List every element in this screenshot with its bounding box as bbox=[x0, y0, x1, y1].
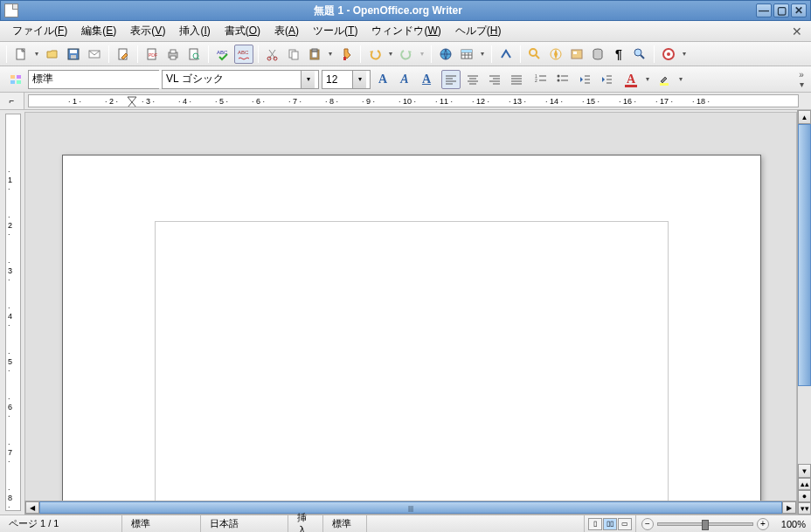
highlight-button[interactable] bbox=[655, 70, 674, 89]
find-replace-button[interactable] bbox=[525, 45, 544, 64]
para-style-input[interactable] bbox=[29, 71, 167, 88]
redo-button[interactable] bbox=[397, 45, 416, 64]
zoom-in-button[interactable]: + bbox=[757, 518, 769, 530]
print-button[interactable] bbox=[163, 45, 183, 64]
vertical-scroll-thumb[interactable] bbox=[798, 124, 811, 386]
open-button[interactable] bbox=[43, 45, 62, 64]
status-insert[interactable]: 挿入 bbox=[288, 515, 323, 532]
document-area[interactable] bbox=[24, 112, 797, 513]
decrease-indent-button[interactable] bbox=[575, 70, 594, 89]
font-color-dropdown[interactable]: ▾ bbox=[643, 75, 652, 83]
gallery-button[interactable] bbox=[567, 45, 586, 64]
numbering-button[interactable]: 12 bbox=[531, 70, 551, 89]
toolbar-more[interactable]: ▾ bbox=[680, 50, 689, 58]
nonprinting-chars-button[interactable]: ¶ bbox=[609, 45, 628, 64]
underline-button[interactable]: A bbox=[417, 70, 436, 89]
zoom-slider-knob[interactable] bbox=[702, 520, 709, 530]
show-draw-button[interactable] bbox=[496, 45, 516, 64]
hyperlink-button[interactable] bbox=[436, 45, 455, 64]
horizontal-scroll-thumb[interactable]: ||| bbox=[39, 501, 782, 514]
undo-dropdown[interactable]: ▾ bbox=[386, 50, 395, 58]
font-name-combo[interactable]: ▾ bbox=[162, 70, 319, 89]
align-right-button[interactable] bbox=[485, 70, 504, 89]
bullets-button[interactable] bbox=[553, 70, 572, 89]
auto-spellcheck-button[interactable]: ABC bbox=[234, 45, 253, 64]
page[interactable] bbox=[62, 155, 761, 513]
single-page-view-button[interactable]: ▯ bbox=[588, 518, 602, 530]
align-justify-button[interactable] bbox=[507, 70, 526, 89]
edit-file-button[interactable] bbox=[114, 45, 133, 64]
menu-insert[interactable]: 挿入(I) bbox=[172, 22, 217, 40]
menu-tools[interactable]: ツール(T) bbox=[306, 22, 364, 40]
data-sources-button[interactable] bbox=[588, 45, 607, 64]
status-lang[interactable]: 日本語 bbox=[201, 515, 288, 532]
close-window-button[interactable]: ✕ bbox=[791, 3, 807, 17]
indent-marker-icon[interactable] bbox=[127, 96, 137, 107]
print-preview-button[interactable] bbox=[184, 45, 204, 64]
zoom-percent[interactable]: 100% bbox=[773, 519, 806, 529]
vertical-scroll-track[interactable] bbox=[798, 124, 811, 464]
save-button[interactable] bbox=[64, 45, 83, 64]
format-paintbrush-button[interactable] bbox=[336, 45, 356, 64]
font-name-arrow[interactable]: ▾ bbox=[301, 71, 315, 88]
redo-dropdown[interactable]: ▾ bbox=[418, 50, 426, 58]
book-view-button[interactable]: ▭ bbox=[618, 518, 632, 530]
formatbar-more[interactable]: »▾ bbox=[795, 70, 808, 89]
new-doc-button[interactable] bbox=[11, 45, 31, 64]
menu-format[interactable]: 書式(O) bbox=[218, 22, 267, 40]
menu-edit[interactable]: 編集(E) bbox=[74, 22, 123, 40]
increase-indent-button[interactable] bbox=[597, 70, 616, 89]
close-document-button[interactable]: ✕ bbox=[788, 24, 806, 38]
horizontal-scrollbar[interactable]: ◀ ||| ▶ bbox=[24, 501, 797, 515]
zoom-slider[interactable] bbox=[657, 522, 753, 526]
new-doc-dropdown[interactable]: ▾ bbox=[32, 50, 41, 58]
scroll-right-button[interactable]: ▶ bbox=[782, 501, 796, 514]
paste-dropdown[interactable]: ▾ bbox=[326, 50, 335, 58]
menu-window[interactable]: ウィンドウ(W) bbox=[364, 22, 447, 40]
navigation-button[interactable]: ● bbox=[798, 490, 811, 502]
zoom-button[interactable] bbox=[630, 45, 649, 64]
font-size-arrow[interactable]: ▾ bbox=[352, 71, 366, 88]
scroll-down-button[interactable]: ▼ bbox=[798, 464, 811, 478]
highlight-dropdown[interactable]: ▾ bbox=[676, 75, 685, 83]
font-color-button[interactable]: A bbox=[621, 70, 641, 89]
font-name-input[interactable] bbox=[163, 71, 301, 88]
multi-page-view-button[interactable]: ▯▯ bbox=[603, 518, 617, 530]
prev-page-button[interactable]: ▴▴ bbox=[798, 478, 811, 490]
undo-button[interactable] bbox=[365, 45, 385, 64]
align-center-button[interactable] bbox=[463, 70, 482, 89]
menu-view[interactable]: 表示(V) bbox=[123, 22, 172, 40]
minimize-button[interactable]: — bbox=[756, 3, 772, 17]
email-button[interactable] bbox=[85, 45, 104, 64]
align-left-button[interactable] bbox=[441, 70, 461, 89]
help-button[interactable] bbox=[659, 45, 678, 64]
para-style-combo[interactable]: ▾ bbox=[28, 70, 159, 89]
vertical-ruler[interactable]: ·1··2··3··4··5··6··7··8· bbox=[5, 114, 21, 511]
navigator-button[interactable] bbox=[546, 45, 565, 64]
horizontal-ruler[interactable]: · 1 ·· 2 ·· 3 ·· 4 ·· 5 ·· 6 ·· 7 ·· 8 ·… bbox=[28, 94, 799, 107]
copy-button[interactable] bbox=[284, 45, 303, 64]
spellcheck-button[interactable]: ABC bbox=[213, 45, 232, 64]
zoom-out-button[interactable]: − bbox=[641, 518, 654, 530]
font-size-combo[interactable]: ▾ bbox=[322, 70, 371, 89]
styles-button[interactable] bbox=[6, 70, 25, 89]
cut-button[interactable] bbox=[263, 45, 282, 64]
table-dropdown[interactable]: ▾ bbox=[478, 50, 487, 58]
paste-button[interactable] bbox=[305, 45, 324, 64]
menu-table[interactable]: 表(A) bbox=[267, 22, 306, 40]
scroll-left-button[interactable]: ◀ bbox=[25, 501, 39, 514]
status-page[interactable]: ページ 1 / 1 bbox=[0, 515, 122, 532]
status-selection[interactable]: 標準 bbox=[323, 515, 367, 532]
font-size-input[interactable] bbox=[322, 71, 352, 88]
maximize-button[interactable]: ▢ bbox=[773, 3, 789, 17]
bold-button[interactable]: A bbox=[373, 70, 392, 89]
italic-button[interactable]: A bbox=[395, 70, 414, 89]
horizontal-scroll-track[interactable]: ||| bbox=[39, 501, 782, 514]
menu-file[interactable]: ファイル(F) bbox=[5, 22, 74, 40]
status-style[interactable]: 標準 bbox=[122, 515, 201, 532]
menu-help[interactable]: ヘルプ(H) bbox=[448, 22, 509, 40]
scroll-up-button[interactable]: ▲ bbox=[798, 110, 811, 124]
next-page-button[interactable]: ▾▾ bbox=[798, 502, 811, 515]
export-pdf-button[interactable]: PDF bbox=[142, 45, 162, 64]
vertical-scrollbar[interactable]: ▲ ▼ ▴▴ ● ▾▾ bbox=[797, 110, 811, 515]
